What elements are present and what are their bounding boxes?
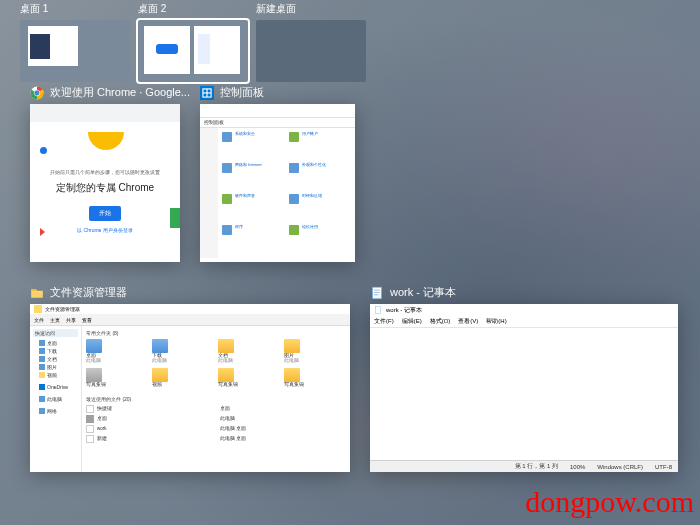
- explorer-title-text: 文件资源管理器: [50, 285, 127, 300]
- window-chrome-title: 欢迎使用 Chrome · Google...: [30, 85, 190, 100]
- notepad-title-text: work - 记事本: [390, 285, 456, 300]
- chrome-signin-link: 以 Chrome 用户身份登录: [40, 227, 170, 233]
- desktop-2[interactable]: 桌面 2: [138, 2, 248, 82]
- chrome-start-button: 开始: [89, 206, 121, 221]
- notepad-text-area: [370, 328, 678, 460]
- chrome-subtitle: 开始前只需几个简单的步骤，您可以随时更改设置: [40, 169, 170, 175]
- chrome-icon: [30, 86, 44, 100]
- desktop-1[interactable]: 桌面 1: [20, 2, 130, 82]
- chrome-heading: 定制您的专属 Chrome: [40, 181, 170, 195]
- window-cp-title: 控制面板: [200, 85, 355, 100]
- control-panel-icon: [200, 86, 214, 100]
- window-notepad[interactable]: work - 记事本 work - 记事本 文件(F) 编辑(E) 格式(O) …: [370, 285, 678, 472]
- new-desktop[interactable]: 新建桌面: [256, 2, 366, 82]
- window-control-panel[interactable]: 控制面板 控制面板 系统和安全 用户帐户 网络和 Internet 外观和个性化…: [200, 85, 355, 262]
- cp-preview[interactable]: 控制面板 系统和安全 用户帐户 网络和 Internet 外观和个性化 硬件和声…: [200, 104, 355, 262]
- desktop-1-label: 桌面 1: [20, 2, 130, 16]
- svg-point-2: [35, 90, 40, 95]
- svg-rect-10: [372, 287, 381, 299]
- watermark: dongpow.com: [525, 485, 694, 519]
- chrome-preview[interactable]: 开始前只需几个简单的步骤，您可以随时更改设置 定制您的专属 Chrome 开始 …: [30, 104, 180, 262]
- svg-rect-14: [375, 307, 380, 314]
- explorer-icon: [30, 286, 44, 300]
- notepad-icon: [370, 286, 384, 300]
- window-chrome[interactable]: 欢迎使用 Chrome · Google... 开始前只需几个简单的步骤，您可以…: [30, 85, 190, 262]
- window-explorer[interactable]: 文件资源管理器 文件资源管理器 文件 主页 共享 查看 快速访问 桌面 下载 文…: [30, 285, 350, 472]
- notepad-status-bar: 第 1 行，第 1 列 100% Windows (CRLF) UTF-8: [370, 460, 678, 472]
- svg-rect-9: [208, 93, 211, 96]
- desktop-2-thumb[interactable]: [138, 20, 248, 82]
- svg-rect-7: [208, 89, 211, 92]
- desktop-2-label: 桌面 2: [138, 2, 248, 16]
- cp-title-text: 控制面板: [220, 85, 264, 100]
- notepad-menu: 文件(F) 编辑(E) 格式(O) 查看(V) 帮助(H): [370, 316, 678, 328]
- virtual-desktops-strip: 桌面 1 桌面 2 新建桌面: [0, 2, 700, 82]
- new-desktop-label: 新建桌面: [256, 2, 366, 16]
- svg-rect-6: [204, 89, 207, 92]
- window-notepad-title: work - 记事本: [370, 285, 678, 300]
- new-desktop-thumb[interactable]: [256, 20, 366, 82]
- chrome-title-text: 欢迎使用 Chrome · Google...: [50, 85, 190, 100]
- task-view-windows: 欢迎使用 Chrome · Google... 开始前只需几个简单的步骤，您可以…: [20, 85, 680, 505]
- explorer-preview[interactable]: 文件资源管理器 文件 主页 共享 查看 快速访问 桌面 下载 文档 图片 视频 …: [30, 304, 350, 472]
- svg-rect-8: [204, 93, 207, 96]
- cp-address: 控制面板: [200, 118, 355, 128]
- window-explorer-title: 文件资源管理器: [30, 285, 350, 300]
- notepad-preview[interactable]: work - 记事本 文件(F) 编辑(E) 格式(O) 查看(V) 帮助(H)…: [370, 304, 678, 472]
- desktop-1-thumb[interactable]: [20, 20, 130, 82]
